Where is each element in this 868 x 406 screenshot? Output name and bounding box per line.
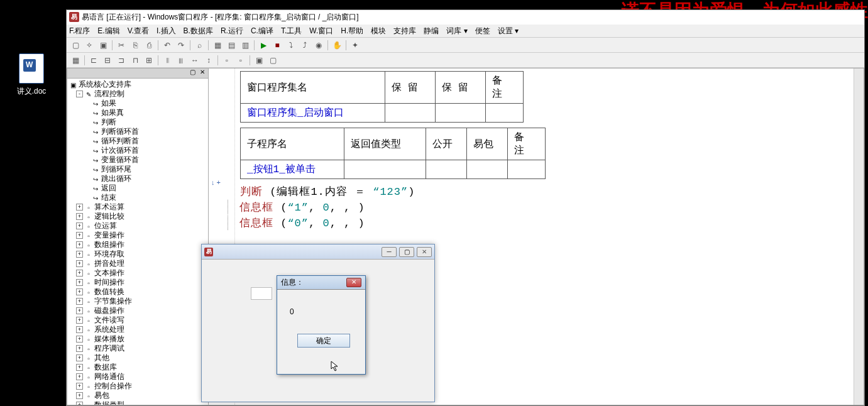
tree-category[interactable]: 数组操作 (94, 240, 124, 250)
more1-icon[interactable]: ▫ (221, 54, 233, 67)
tree-leaf[interactable]: 判断循环首 (101, 127, 139, 136)
expand-icon[interactable]: + (76, 402, 83, 405)
align-left-icon[interactable]: ⊏ (87, 54, 100, 67)
hand-icon[interactable]: ✋ (331, 39, 343, 52)
expand-icon[interactable]: + (76, 326, 83, 333)
expand-icon[interactable]: + (76, 383, 83, 390)
code-line-3[interactable]: 信息框 (“0”, 0, , ) (228, 216, 864, 230)
distribute-v-icon[interactable]: ⫼ (175, 54, 187, 67)
td-empty[interactable] (344, 160, 426, 179)
expand-icon[interactable]: + (76, 373, 83, 380)
tree-leaf[interactable]: 循环判断首 (101, 136, 139, 146)
align-middle-icon[interactable]: ⊞ (143, 54, 155, 67)
expand-icon[interactable]: + (76, 222, 83, 229)
tree-category[interactable]: 系统处理 (94, 325, 124, 334)
ok-button[interactable]: 确定 (297, 334, 350, 348)
expand-icon[interactable]: + (76, 260, 83, 267)
td-empty[interactable] (385, 104, 436, 123)
tree-category[interactable]: 环境存取 (94, 250, 124, 259)
layout3-icon[interactable]: ▥ (239, 39, 251, 52)
menu-program[interactable]: F.程序 (69, 26, 90, 36)
tree-category[interactable]: 文件读写 (94, 315, 124, 325)
run-window-titlebar[interactable]: 易 ─ ▢ ✕ (202, 244, 434, 260)
save-icon[interactable]: ▣ (97, 39, 109, 52)
tree-category[interactable]: 易包 (94, 391, 109, 400)
align-right-icon[interactable]: ⊐ (115, 54, 128, 67)
tree-leaf[interactable]: 如果 (101, 99, 116, 108)
tree-close-icon[interactable]: ✕ (198, 69, 207, 77)
tree-category[interactable]: 位运算 (94, 221, 117, 231)
tree-category[interactable]: 程序调试 (94, 344, 124, 353)
td-program-set-name[interactable]: 窗口程序集_启动窗口 (241, 104, 385, 123)
new-file-icon[interactable]: ▢ (69, 39, 82, 52)
tree-leaf[interactable]: 计次循环首 (101, 146, 139, 155)
expand-icon[interactable]: + (76, 279, 83, 286)
bring-front-icon[interactable]: ▣ (253, 54, 265, 67)
menu-compile[interactable]: C.编译 (251, 26, 273, 36)
tree-category[interactable]: 拼音处理 (94, 259, 124, 268)
expand-icon[interactable]: + (76, 307, 83, 314)
expand-icon[interactable]: + (76, 241, 83, 248)
tree-category[interactable]: 变量操作 (94, 231, 124, 240)
expand-icon[interactable]: + (76, 251, 83, 258)
menu-support-lib[interactable]: 支持库 (393, 26, 416, 36)
same-width-icon[interactable]: ↔ (189, 54, 201, 67)
ide-titlebar[interactable]: 易 易语言 [正在运行] - Windows窗口程序 - [程序集: 窗口程序集… (67, 10, 864, 24)
menu-module[interactable]: 模块 (371, 26, 386, 36)
minimize-button[interactable]: ─ (382, 247, 397, 257)
menu-view[interactable]: V.查看 (128, 26, 149, 36)
tree-leaf[interactable]: 变量循环首 (101, 155, 139, 165)
td-empty[interactable] (467, 160, 508, 179)
tree-category[interactable]: 数据类型 (94, 400, 124, 405)
tree-category[interactable]: 字节集操作 (94, 297, 132, 306)
td-empty[interactable] (436, 104, 486, 123)
tree-category[interactable]: 其他 (94, 353, 109, 363)
msgbox-close-button[interactable]: ✕ (346, 278, 361, 287)
td-sub-name[interactable]: _按钮1_被单击 (241, 160, 344, 179)
menu-insert[interactable]: I.插入 (157, 26, 176, 36)
tree-category[interactable]: 文本操作 (94, 268, 124, 278)
tree-leaf[interactable]: 返回 (101, 184, 116, 193)
tree-leaf[interactable]: 结束 (101, 193, 116, 202)
tree-category[interactable]: 逻辑比较 (94, 212, 124, 221)
layout-icon[interactable]: ▦ (211, 39, 224, 52)
tree-category[interactable]: 数值转换 (94, 287, 124, 297)
more2-icon[interactable]: ▫ (234, 54, 247, 67)
support-library-tree[interactable]: ▣系统核心支持库 -✎流程控制 ↪如果↪如果真↪判断↪判断循环首↪循环判断首↪计… (67, 79, 208, 405)
tree-category[interactable]: 控制台操作 (94, 381, 132, 391)
menu-window[interactable]: W.窗口 (309, 26, 333, 36)
menu-tools[interactable]: T.工具 (281, 26, 302, 36)
menu-database[interactable]: B.数据库 (184, 26, 213, 36)
td-empty[interactable] (426, 160, 467, 179)
copy-icon[interactable]: ⎘ (129, 39, 141, 52)
collapse-icon[interactable]: - (76, 91, 83, 97)
open-file-icon[interactable]: ✧ (83, 39, 96, 52)
menu-dict[interactable]: 词库 ▾ (446, 26, 467, 36)
expand-icon[interactable]: + (76, 204, 83, 211)
step-icon[interactable]: ⤵ (285, 39, 297, 52)
align-icon[interactable]: ▦ (69, 54, 82, 67)
expand-icon[interactable]: + (76, 364, 83, 371)
expand-icon[interactable]: + (76, 317, 83, 324)
close-button[interactable]: ✕ (417, 247, 432, 257)
tree-category[interactable]: 网络通信 (94, 372, 124, 381)
expand-icon[interactable]: + (76, 336, 83, 343)
run-icon[interactable]: ▶ (257, 39, 270, 52)
send-back-icon[interactable]: ▢ (266, 54, 279, 67)
maximize-button[interactable]: ▢ (399, 247, 414, 257)
expand-icon[interactable]: + (76, 345, 83, 352)
menu-edit[interactable]: E.编辑 (97, 26, 119, 36)
tree-category[interactable]: 时间操作 (94, 278, 124, 287)
td-empty[interactable] (486, 104, 524, 123)
align-center-icon[interactable]: ⊟ (101, 54, 114, 67)
redo-icon[interactable]: ↷ (175, 39, 187, 52)
tree-leaf[interactable]: 到循环尾 (101, 165, 131, 174)
menu-run[interactable]: R.运行 (221, 26, 243, 36)
tree-category[interactable]: 算术运算 (94, 202, 124, 212)
vertical-scrollbar[interactable] (854, 69, 864, 405)
layout2-icon[interactable]: ▤ (225, 39, 238, 52)
expand-icon[interactable]: + (76, 213, 83, 220)
tree-leaf[interactable]: 如果真 (101, 108, 124, 118)
paste-icon[interactable]: ⎙ (143, 39, 155, 52)
tree-root[interactable]: 系统核心支持库 (79, 80, 131, 89)
